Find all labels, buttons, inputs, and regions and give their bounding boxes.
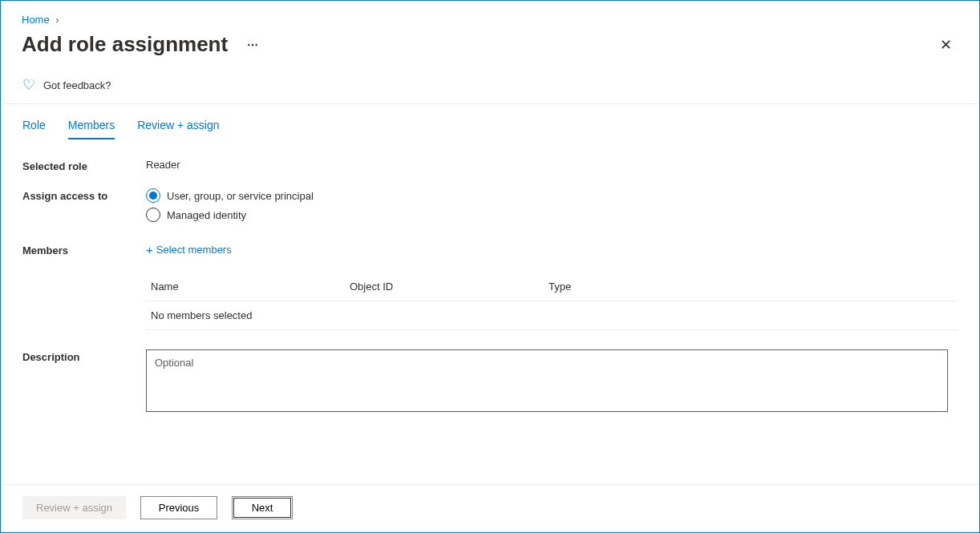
select-members-link[interactable]: + Select members (146, 243, 958, 256)
radio-user-label: User, group, or service principal (167, 190, 314, 202)
review-assign-button: Review + assign (22, 496, 126, 519)
footer: Review + assign Previous Next (2, 484, 978, 519)
breadcrumb-home-link[interactable]: Home (22, 14, 50, 26)
select-members-text: Select members (156, 244, 232, 256)
radio-managed-identity[interactable]: Managed identity (146, 208, 958, 222)
selected-role-value: Reader (146, 159, 958, 171)
radio-managed-label: Managed identity (167, 209, 246, 221)
table-empty-message: No members selected (146, 301, 958, 330)
feedback-label: Got feedback? (43, 79, 111, 91)
next-button[interactable]: Next (232, 496, 293, 519)
assign-access-row: Assign access to User, group, or service… (22, 188, 958, 227)
table-header: Name Object ID Type (146, 273, 958, 301)
chevron-right-icon: › (55, 14, 59, 26)
heart-icon: ♡ (22, 76, 35, 94)
page-header: Add role assignment ⋯ ✕ (1, 29, 979, 63)
members-label: Members (22, 243, 146, 256)
close-icon[interactable]: ✕ (933, 33, 958, 57)
breadcrumb: Home › (1, 1, 979, 29)
description-label: Description (22, 349, 146, 363)
horizontal-scrollbar[interactable] (2, 519, 978, 532)
col-header-type[interactable]: Type (549, 281, 953, 293)
tab-review-assign[interactable]: Review + assign (137, 119, 219, 139)
form-area: Selected role Reader Assign access to Us… (2, 139, 978, 414)
plus-icon: + (146, 243, 153, 256)
page-title: Add role assignment ⋯ (22, 32, 260, 57)
feedback-link[interactable]: ♡ Got feedback? (2, 65, 978, 104)
radio-icon (146, 208, 160, 222)
page-title-text: Add role assignment (22, 32, 228, 57)
selected-role-label: Selected role (22, 159, 146, 172)
members-table: Name Object ID Type No members selected (146, 273, 958, 330)
more-icon[interactable]: ⋯ (247, 38, 260, 51)
radio-user-group-principal[interactable]: User, group, or service principal (146, 188, 958, 203)
assign-access-label: Assign access to (22, 188, 146, 202)
previous-button[interactable]: Previous (140, 496, 217, 519)
col-header-objectid[interactable]: Object ID (350, 281, 549, 293)
tabs: Role Members Review + assign (2, 104, 978, 139)
content-scroll[interactable]: ♡ Got feedback? Role Members Review + as… (2, 65, 978, 470)
col-header-name[interactable]: Name (151, 281, 350, 293)
tab-members[interactable]: Members (68, 119, 115, 139)
description-row: Description (22, 349, 958, 414)
description-input[interactable] (146, 349, 948, 412)
selected-role-row: Selected role Reader (22, 159, 958, 172)
tab-role[interactable]: Role (22, 119, 46, 139)
members-row: Members + Select members Name Object ID … (22, 243, 958, 330)
radio-icon (146, 188, 160, 203)
